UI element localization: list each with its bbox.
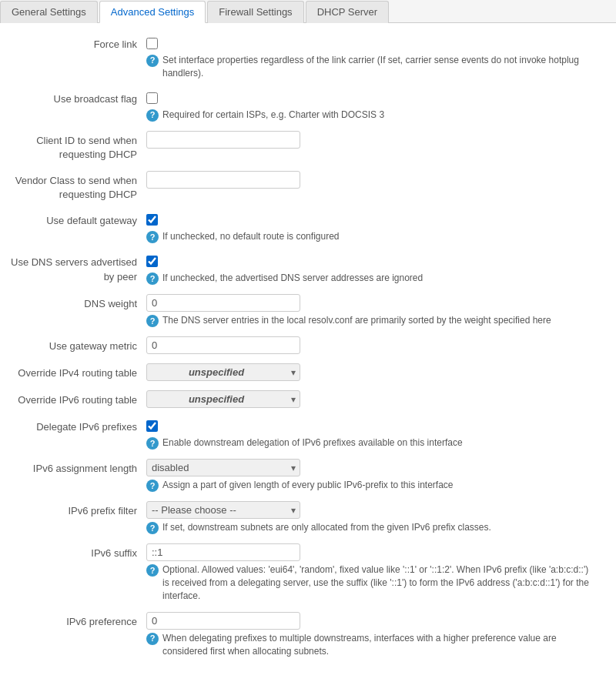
client-id-label: Client ID to send when requesting DHCP: [8, 131, 146, 162]
ipv6-suffix-label: IPv6 suffix: [8, 543, 146, 560]
gateway-metric-row: Use gateway metric: [8, 336, 608, 354]
dns-weight-help-icon: ?: [146, 315, 159, 327]
client-id-control: [146, 131, 608, 149]
force-link-control: ? Set interface properties regardless of…: [146, 35, 608, 80]
broadcast-flag-row: Use broadcast flag ? Required for certai…: [8, 89, 608, 122]
gateway-metric-input[interactable]: [146, 336, 300, 354]
ipv6-prefix-filter-help-text: If set, downstream subnets are only allo…: [162, 521, 491, 534]
tab-dhcp[interactable]: DHCP Server: [306, 1, 390, 23]
ipv6-routing-control: unspecified: [146, 390, 608, 408]
dns-weight-help: ? The DNS server entries in the local re…: [146, 314, 593, 327]
default-gateway-checkbox[interactable]: [146, 214, 158, 226]
broadcast-flag-label: Use broadcast flag: [8, 89, 146, 106]
force-link-checkbox[interactable]: [146, 38, 158, 49]
ipv6-preference-label: IPv6 preference: [8, 612, 146, 629]
broadcast-flag-help-text: Required for certain ISPs, e.g. Charter …: [162, 109, 384, 122]
ipv6-assignment-select[interactable]: disabled: [146, 459, 300, 476]
vendor-class-label: Vendor Class to send when requesting DHC…: [8, 171, 146, 202]
ipv6-routing-select[interactable]: unspecified: [146, 390, 300, 408]
default-gateway-label: Use default gateway: [8, 211, 146, 228]
default-gateway-row: Use default gateway ? If unchecked, no d…: [8, 211, 608, 243]
force-link-row: Force link ? Set interface properties re…: [8, 35, 608, 80]
ipv6-assignment-help-text: Assign a part of given length of every p…: [162, 479, 454, 492]
force-link-help-text: Set interface properties regardless of t…: [162, 54, 593, 80]
ipv6-prefix-filter-row: IPv6 prefix filter -- Please choose -- ?…: [8, 501, 608, 534]
force-link-label: Force link: [8, 35, 146, 52]
client-id-row: Client ID to send when requesting DHCP: [8, 131, 608, 162]
ipv6-preference-control: ? When delegating prefixes to multiple d…: [146, 612, 608, 658]
dns-weight-input[interactable]: [146, 294, 300, 312]
ipv6-assignment-row: IPv6 assignment length disabled ? Assign…: [8, 459, 608, 492]
default-gateway-help: ? If unchecked, no default route is conf…: [146, 230, 593, 243]
ipv6-preference-help: ? When delegating prefixes to multiple d…: [146, 632, 593, 658]
force-link-help-icon: ?: [146, 55, 159, 67]
dns-servers-label: Use DNS servers advertised by peer: [8, 252, 146, 283]
delegate-ipv6-control: ? Enable downstream delegation of IPv6 p…: [146, 417, 608, 450]
broadcast-flag-checkbox[interactable]: [146, 92, 158, 104]
ipv4-routing-label: Override IPv4 routing table: [8, 363, 146, 380]
ipv6-suffix-help-icon: ?: [146, 564, 159, 577]
delegate-ipv6-label: Delegate IPv6 prefixes: [8, 417, 146, 434]
ipv6-prefix-filter-control: -- Please choose -- ? If set, downstream…: [146, 501, 608, 534]
tab-bar: General Settings Advanced Settings Firew…: [0, 0, 616, 23]
dns-servers-control: ? If unchecked, the advertised DNS serve…: [146, 252, 608, 285]
ipv6-suffix-help: ? Optional. Allowed values: 'eui64', 'ra…: [146, 563, 593, 602]
ipv6-assignment-label: IPv6 assignment length: [8, 459, 146, 476]
ipv6-routing-row: Override IPv6 routing table unspecified: [8, 390, 608, 408]
advanced-settings-content: Force link ? Set interface properties re…: [0, 23, 616, 678]
ipv6-assignment-wrapper: disabled: [146, 459, 300, 476]
vendor-class-row: Vendor Class to send when requesting DHC…: [8, 171, 608, 202]
ipv6-assignment-help: ? Assign a part of given length of every…: [146, 479, 593, 492]
ipv6-suffix-help-text: Optional. Allowed values: 'eui64', 'rand…: [162, 563, 593, 602]
dns-servers-help-text: If unchecked, the advertised DNS server …: [162, 272, 423, 285]
dns-weight-row: DNS weight ? The DNS server entries in t…: [8, 294, 608, 327]
dns-servers-checkbox[interactable]: [146, 256, 158, 267]
dns-servers-row: Use DNS servers advertised by peer ? If …: [8, 252, 608, 285]
default-gateway-help-icon: ?: [146, 231, 159, 243]
delegate-ipv6-help-icon: ?: [146, 437, 159, 450]
dns-servers-help-icon: ?: [146, 272, 159, 285]
vendor-class-input[interactable]: [146, 171, 300, 189]
ipv6-suffix-control: ? Optional. Allowed values: 'eui64', 'ra…: [146, 543, 608, 602]
ipv4-routing-control: unspecified: [146, 363, 608, 381]
ipv4-routing-select[interactable]: unspecified: [146, 363, 300, 381]
ipv4-routing-wrapper: unspecified: [146, 363, 300, 381]
ipv6-routing-label: Override IPv6 routing table: [8, 390, 146, 407]
broadcast-flag-help: ? Required for certain ISPs, e.g. Charte…: [146, 109, 593, 122]
dns-weight-label: DNS weight: [8, 294, 146, 311]
delegate-ipv6-row: Delegate IPv6 prefixes ? Enable downstre…: [8, 417, 608, 450]
ipv6-assignment-help-icon: ?: [146, 480, 159, 492]
gateway-metric-control: [146, 336, 608, 354]
tab-advanced[interactable]: Advanced Settings: [99, 1, 206, 23]
tab-general[interactable]: General Settings: [0, 1, 98, 23]
ipv4-routing-row: Override IPv4 routing table unspecified: [8, 363, 608, 381]
delegate-ipv6-checkbox[interactable]: [146, 420, 158, 432]
force-link-help: ? Set interface properties regardless of…: [146, 54, 593, 80]
broadcast-flag-help-icon: ?: [146, 109, 159, 122]
ipv6-prefix-filter-wrapper: -- Please choose --: [146, 501, 300, 519]
ipv6-routing-wrapper: unspecified: [146, 390, 300, 408]
ipv6-prefix-filter-help-icon: ?: [146, 522, 159, 534]
ipv6-prefix-filter-label: IPv6 prefix filter: [8, 501, 146, 518]
ipv6-assignment-control: disabled ? Assign a part of given length…: [146, 459, 608, 492]
broadcast-flag-control: ? Required for certain ISPs, e.g. Charte…: [146, 89, 608, 122]
tab-firewall[interactable]: Firewall Settings: [207, 1, 303, 23]
gateway-metric-label: Use gateway metric: [8, 336, 146, 353]
ipv6-preference-row: IPv6 preference ? When delegating prefix…: [8, 612, 608, 658]
ipv6-prefix-filter-help: ? If set, downstream subnets are only al…: [146, 521, 593, 534]
ipv6-preference-input[interactable]: [146, 612, 300, 630]
dns-weight-help-text: The DNS server entries in the local reso…: [162, 314, 551, 327]
delegate-ipv6-help-text: Enable downstream delegation of IPv6 pre…: [162, 436, 463, 450]
ipv6-prefix-filter-select[interactable]: -- Please choose --: [146, 501, 300, 519]
ipv6-preference-help-icon: ?: [146, 633, 159, 645]
default-gateway-help-text: If unchecked, no default route is config…: [162, 230, 339, 243]
ipv6-suffix-input[interactable]: [146, 543, 300, 561]
delegate-ipv6-help: ? Enable downstream delegation of IPv6 p…: [146, 436, 593, 450]
vendor-class-control: [146, 171, 608, 189]
default-gateway-control: ? If unchecked, no default route is conf…: [146, 211, 608, 243]
client-id-input[interactable]: [146, 131, 300, 149]
dns-weight-control: ? The DNS server entries in the local re…: [146, 294, 608, 327]
ipv6-preference-help-text: When delegating prefixes to multiple dow…: [162, 632, 593, 658]
dns-servers-help: ? If unchecked, the advertised DNS serve…: [146, 272, 593, 285]
ipv6-suffix-row: IPv6 suffix ? Optional. Allowed values: …: [8, 543, 608, 602]
